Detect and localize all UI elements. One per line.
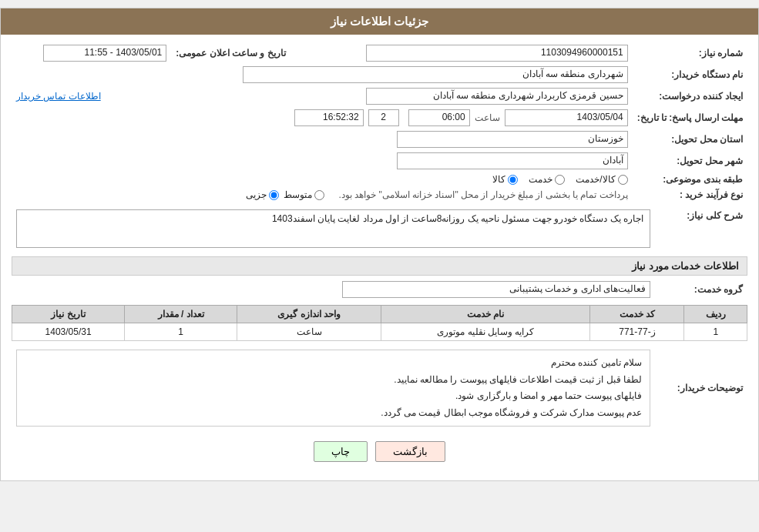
row-deadline: مهلت ارسال پاسخ: تا تاریخ: 1403/05/04 سا… (12, 107, 747, 129)
contact-link[interactable]: اطلاعات تماس خریدار (16, 91, 101, 102)
row-service-group: گروه خدمت: فعالیت‌های اداری و خدمات پشتی… (12, 279, 747, 300)
buyer-note-line1: سلام تامین کننده محترم (25, 355, 642, 372)
row-need-number: شماره نیاز: 1103094960000151 تاریخ و ساع… (12, 42, 747, 64)
category-radio-group: کالا/خدمت خدمت کالا (16, 174, 628, 185)
table-cell-row_num: 1 (684, 323, 747, 341)
time-remaining-value: 16:52:32 (294, 109, 364, 126)
header-title: جزئیات اطلاعات نیاز (331, 15, 428, 28)
city-value-cell: آبادان (12, 150, 633, 172)
row-buyer-name: نام دستگاه خریدار: شهرداری منطقه سه آباد… (12, 64, 747, 85)
purchase-type-cell: پرداخت تمام یا بخشی از مبلغ خریدار از مح… (12, 187, 633, 202)
col-row-num: ردیف (684, 306, 747, 323)
service-group-value-cell: فعالیت‌های اداری و خدمات پشتیبانی (12, 279, 655, 300)
need-number-label: شماره نیاز: (633, 42, 747, 64)
requester-value: حسین قرمزی کاربردار شهرداری منطقه سه آبا… (366, 88, 628, 105)
days-value: 2 (368, 109, 399, 126)
row-purchase-type: نوع فرآیند خرید : پرداخت تمام یا بخشی از… (12, 187, 747, 202)
deadline-time: 06:00 (408, 109, 470, 126)
col-service-code: کد خدمت (590, 306, 684, 323)
need-number-value: 1103094960000151 (366, 45, 628, 62)
purchase-type-label: نوع فرآیند خرید : (633, 187, 747, 202)
row-buyer-notes: توضیحات خریدار: سلام تامین کننده محترم ل… (12, 347, 747, 429)
announce-datetime-value: 1403/05/01 - 11:55 (43, 45, 166, 62)
announce-datetime-value-cell: 1403/05/01 - 11:55 (12, 42, 171, 64)
service-group-table: گروه خدمت: فعالیت‌های اداری و خدمات پشتی… (12, 279, 747, 300)
service-group-label: گروه خدمت: (655, 279, 747, 300)
buyer-name-value-cell: شهرداری منطقه سه آبادان (12, 64, 633, 85)
services-table-head: ردیف کد خدمت نام خدمت واحد اندازه گیری ت… (12, 306, 747, 323)
contact-link-cell: اطلاعات تماس خریدار (12, 85, 291, 107)
time-label-static: ساعت (475, 112, 500, 123)
buttons-row: بازگشت چاپ (12, 433, 747, 473)
purchase-label-medium: متوسط (284, 189, 312, 200)
row-category: طبقه بندی موضوعی: کالا/خدمت خدمت (12, 172, 747, 187)
table-row: 1ز-77-771کرایه وسایل نقلیه موتوریساعت114… (12, 323, 747, 341)
buyer-notes-table: توضیحات خریدار: سلام تامین کننده محترم ل… (12, 347, 747, 429)
requester-value-cell: حسین قرمزی کاربردار شهرداری منطقه سه آبا… (291, 85, 633, 107)
page-header: جزئیات اطلاعات نیاز (1, 8, 758, 35)
category-label-goods: کالا (492, 174, 505, 185)
table-cell-date: 1403/05/31 (12, 323, 125, 341)
col-date: تاریخ نیاز (12, 306, 125, 323)
service-group-value: فعالیت‌های اداری و خدمات پشتیبانی (342, 281, 650, 298)
buyer-name-value: شهرداری منطقه سه آبادان (243, 66, 628, 83)
buyer-notes-content-cell: سلام تامین کننده محترم لطفا قبل از ثبت ق… (12, 347, 655, 429)
purchase-option-small[interactable]: جزیی (246, 189, 279, 200)
row-requester: ایجاد کننده درخواست: حسین قرمزی کاربردار… (12, 85, 747, 107)
buyer-note-line2: لطفا قبل از ثبت قیمت اطلاعات فایلهای پیو… (25, 372, 642, 389)
category-radio-goods-service[interactable] (618, 175, 628, 185)
page-wrapper: جزئیات اطلاعات نیاز شماره نیاز: 11030949… (0, 8, 759, 481)
table-cell-unit: ساعت (237, 323, 381, 341)
category-label-service: خدمت (529, 174, 552, 185)
need-desc-value-cell: اجاره یک دستگاه خودرو جهت مسئول ناحیه یک… (12, 207, 655, 250)
province-label: استان محل تحویل: (633, 129, 747, 150)
deadline-date: 1403/05/04 (505, 109, 628, 126)
purchase-radio-small[interactable] (269, 190, 279, 200)
services-table: ردیف کد خدمت نام خدمت واحد اندازه گیری ت… (12, 305, 747, 341)
back-button[interactable]: بازگشت (375, 441, 445, 462)
category-radio-goods[interactable] (508, 175, 518, 185)
need-desc-value: اجاره یک دستگاه خودرو جهت مسئول ناحیه یک… (16, 209, 650, 248)
buyer-note-line3: فایلهای پیوست حتما مهر و امضا و بارگزاری… (25, 388, 642, 405)
buyer-name-label: نام دستگاه خریدار: (633, 64, 747, 85)
province-value: خوزستان (397, 131, 628, 148)
purchase-option-medium[interactable]: متوسط (284, 189, 324, 200)
info-table: شماره نیاز: 1103094960000151 تاریخ و ساع… (12, 42, 747, 202)
category-option-service[interactable]: خدمت (529, 174, 565, 185)
city-label: شهر محل تحویل: (633, 150, 747, 172)
services-section-header: اطلاعات خدمات مورد نیاز (12, 256, 747, 276)
category-radio-service[interactable] (555, 175, 565, 185)
need-desc-table: شرح کلی نیاز: اجاره یک دستگاه خودرو جهت … (12, 207, 747, 250)
row-need-desc: شرح کلی نیاز: اجاره یک دستگاه خودرو جهت … (12, 207, 747, 250)
need-number-value-cell: 1103094960000151 (306, 42, 633, 64)
table-cell-code: ز-77-771 (590, 323, 684, 341)
col-service-name: نام خدمت (381, 306, 590, 323)
table-cell-qty: 1 (125, 323, 237, 341)
announce-datetime-label: تاریخ و ساعت اعلان عمومی: (171, 42, 290, 64)
need-desc-label: شرح کلی نیاز: (655, 207, 747, 250)
col-unit: واحد اندازه گیری (237, 306, 381, 323)
province-value-cell: خوزستان (12, 129, 633, 150)
deadline-values-cell: 1403/05/04 ساعت 06:00 2 16:52:32 (12, 107, 633, 129)
buyer-notes-label: توضیحات خریدار: (655, 347, 747, 429)
purchase-label-small: جزیی (246, 189, 267, 200)
services-table-body: 1ز-77-771کرایه وسایل نقلیه موتوریساعت114… (12, 323, 747, 341)
response-deadline-label: مهلت ارسال پاسخ: تا تاریخ: (633, 107, 747, 129)
buyer-note-line4: عدم پیوست مدارک شرکت و فروشگاه موجب ابطا… (25, 405, 642, 422)
purchase-notice: پرداخت تمام یا بخشی از مبلغ خریدار از مح… (338, 189, 627, 200)
category-label-goods-service: کالا/خدمت (576, 174, 615, 185)
requester-label: ایجاد کننده درخواست: (633, 85, 747, 107)
purchase-radio-medium[interactable] (314, 190, 324, 200)
row-city: شهر محل تحویل: آبادان (12, 150, 747, 172)
category-option-goods[interactable]: کالا (492, 174, 518, 185)
col-qty: تعداد / مقدار (125, 306, 237, 323)
row-province: استان محل تحویل: خوزستان (12, 129, 747, 150)
main-content: شماره نیاز: 1103094960000151 تاریخ و ساع… (1, 35, 758, 480)
category-option-goods-service[interactable]: کالا/خدمت (576, 174, 627, 185)
category-label: طبقه بندی موضوعی: (633, 172, 747, 187)
city-value: آبادان (397, 152, 628, 169)
services-table-header-row: ردیف کد خدمت نام خدمت واحد اندازه گیری ت… (12, 306, 747, 323)
category-options-cell: کالا/خدمت خدمت کالا (12, 172, 633, 187)
print-button[interactable]: چاپ (314, 441, 368, 462)
buyer-notes-box: سلام تامین کننده محترم لطفا قبل از ثبت ق… (16, 350, 650, 427)
